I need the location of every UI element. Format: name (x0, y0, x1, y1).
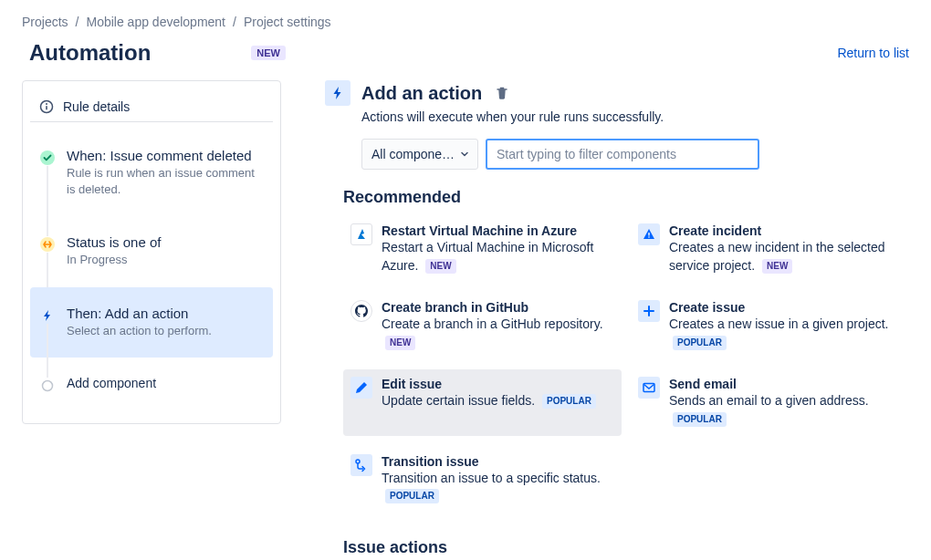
breadcrumb-sep: / (233, 15, 236, 29)
new-badge: NEW (385, 336, 415, 350)
popular-badge: POPULAR (673, 336, 727, 350)
breadcrumb-projects[interactable]: Projects (22, 15, 68, 29)
card-title: Create issue (669, 300, 902, 315)
step-desc: Select an action to perform. (67, 323, 264, 339)
email-icon (638, 377, 660, 399)
warning-icon (638, 223, 660, 245)
step-add-component[interactable]: Add component (30, 358, 273, 412)
chevron-down-icon (459, 149, 470, 160)
card-desc: Transition an issue to a specific status… (382, 470, 614, 505)
trash-icon[interactable] (495, 86, 509, 100)
card-title: Send email (669, 377, 902, 391)
plus-icon (638, 300, 660, 322)
condition-icon (39, 236, 56, 253)
step-title: Add component (67, 376, 264, 390)
new-badge: NEW (762, 259, 792, 274)
step-action[interactable]: Then: Add an action Select an action to … (30, 287, 273, 358)
svg-point-9 (356, 460, 360, 463)
transition-icon (350, 454, 372, 476)
new-badge: NEW (251, 46, 286, 60)
check-circle-icon (39, 150, 56, 166)
pencil-icon (350, 377, 372, 399)
step-title: Then: Add an action (67, 306, 264, 321)
action-restart-azure-vm[interactable]: Restart Virtual Machine in Azure Restart… (343, 216, 622, 282)
breadcrumb: Projects / Mobile app development / Proj… (22, 15, 909, 29)
card-title: Transition issue (382, 454, 614, 469)
card-desc: Creates a new incident in the selected s… (669, 239, 902, 275)
rule-details-header[interactable]: Rule details (30, 92, 273, 122)
svg-point-5 (43, 380, 53, 390)
component-filter-dropdown[interactable]: All compone… (361, 139, 478, 170)
breadcrumb-mobile-app[interactable]: Mobile app development (86, 15, 225, 29)
card-desc: Update certain issue fields. POPULAR (382, 392, 614, 410)
step-title: Status is one of (67, 234, 264, 250)
popular-badge: POPULAR (542, 394, 596, 409)
main-subtitle: Actions will execute when your rule runs… (361, 109, 909, 124)
action-transition-issue[interactable]: Transition issue Transition an issue to … (343, 447, 622, 513)
step-desc: Rule is run when an issue comment is del… (67, 165, 264, 198)
info-icon (39, 99, 54, 114)
action-send-email[interactable]: Send email Sends an email to a given add… (631, 369, 909, 435)
component-search-input[interactable] (486, 139, 759, 170)
step-trigger[interactable]: When: Issue comment deleted Rule is run … (30, 130, 273, 216)
new-badge: NEW (425, 259, 455, 274)
card-desc: Restart a Virtual Machine in Microsoft A… (382, 239, 614, 275)
popular-badge: POPULAR (385, 489, 439, 503)
bolt-icon (39, 307, 56, 324)
main-title: Add an action (361, 83, 482, 104)
card-desc: Creates a new issue in a given project. … (669, 316, 902, 351)
return-to-list-link[interactable]: Return to list (837, 46, 909, 60)
breadcrumb-sep: / (76, 15, 79, 29)
card-title: Create incident (669, 223, 902, 238)
section-issue-actions-title: Issue actions (343, 538, 909, 557)
rule-sidebar: Rule details When: Issue comment deleted… (22, 80, 281, 424)
azure-icon (350, 223, 372, 245)
svg-point-1 (46, 103, 47, 105)
svg-rect-2 (46, 106, 47, 110)
action-edit-issue[interactable]: Edit issue Update certain issue fields. … (343, 369, 622, 435)
action-create-incident[interactable]: Create incident Creates a new incident i… (631, 216, 909, 282)
github-icon (350, 300, 372, 322)
step-title: When: Issue comment deleted (67, 148, 264, 163)
popular-badge: POPULAR (673, 412, 727, 427)
card-desc: Create a branch in a GitHub repository. … (382, 316, 614, 351)
page-title: Automation (29, 40, 151, 66)
card-title: Create branch in GitHub (382, 300, 614, 315)
step-condition[interactable]: Status is one of In Progress (30, 216, 273, 286)
svg-rect-6 (648, 233, 649, 236)
svg-point-7 (648, 236, 650, 238)
action-create-branch-github[interactable]: Create branch in GitHub Create a branch … (343, 293, 622, 358)
card-desc: Sends an email to a given address. POPUL… (669, 392, 902, 428)
rule-details-label: Rule details (63, 99, 130, 114)
bolt-icon (325, 80, 350, 106)
step-desc: In Progress (67, 252, 264, 268)
action-create-issue[interactable]: Create issue Creates a new issue in a gi… (631, 293, 909, 358)
card-title: Edit issue (382, 377, 614, 391)
empty-circle-icon (39, 378, 56, 394)
section-recommended-title: Recommended (343, 188, 909, 207)
breadcrumb-project-settings[interactable]: Project settings (244, 15, 331, 29)
dropdown-label: All compone… (371, 147, 455, 161)
card-title: Restart Virtual Machine in Azure (382, 223, 614, 238)
main-panel: Add an action Actions will execute when … (325, 80, 909, 560)
